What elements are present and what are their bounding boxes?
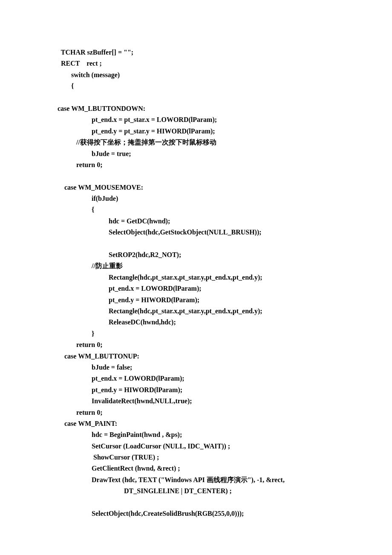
code-block: TCHAR szBuffer[] = ""; RECT rect ; switc… [0, 47, 392, 519]
document-page: TCHAR szBuffer[] = ""; RECT rect ; switc… [0, 0, 392, 555]
